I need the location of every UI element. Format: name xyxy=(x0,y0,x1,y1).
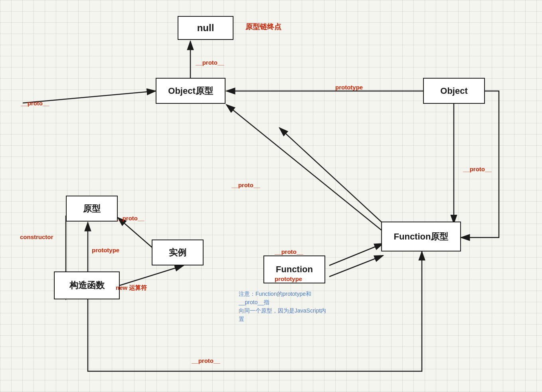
svg-line-12 xyxy=(329,244,383,265)
label-proto-func: __proto__ xyxy=(275,248,303,255)
function-proto-box: Function原型 xyxy=(381,222,461,251)
label-proto-object-right: __proto__ xyxy=(463,166,492,172)
null-box: null xyxy=(178,16,233,40)
svg-line-7 xyxy=(226,105,383,232)
gouzao-box: 构造函数 xyxy=(54,271,120,299)
shili-box: 实例 xyxy=(152,240,204,265)
svg-line-5 xyxy=(279,128,383,224)
object-box: Object xyxy=(423,78,485,104)
label-yuanxinglian: 原型链终点 xyxy=(245,22,281,32)
svg-line-11 xyxy=(120,265,184,285)
label-proto-funcproto-up: __proto__ xyxy=(231,182,260,188)
diagram: null Object原型 Object 原型 实例 构造函数 Function… xyxy=(0,0,542,392)
label-prototype-gouzao: prototype xyxy=(92,247,119,253)
svg-line-13 xyxy=(329,255,383,277)
yuanxing-box: 原型 xyxy=(66,196,118,222)
label-prototype-func: prototype xyxy=(275,275,302,282)
label-proto-gouzao-bottom: __proto__ xyxy=(192,357,220,364)
label-new: new 运算符 xyxy=(116,284,147,292)
label-prototype-obj: prototype xyxy=(335,84,363,91)
label-proto-left: __proto__ xyxy=(21,100,49,107)
label-proto-null: __proto__ xyxy=(196,59,224,66)
label-proto-shili: __proto__ xyxy=(116,215,144,222)
label-constructor: constructor xyxy=(20,234,53,240)
label-note: 注意：Function的prototype和__proto__指向同一个原型，因… xyxy=(239,290,330,323)
object-proto-box: Object原型 xyxy=(156,78,226,104)
